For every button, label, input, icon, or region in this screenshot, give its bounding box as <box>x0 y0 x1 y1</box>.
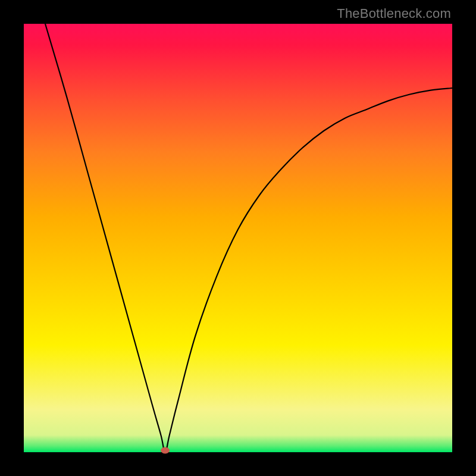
chart-frame: TheBottleneck.com <box>0 0 476 476</box>
minimum-marker <box>161 447 170 453</box>
plot-area <box>24 24 452 452</box>
watermark-text: TheBottleneck.com <box>337 6 451 21</box>
v-curve-path <box>45 24 452 452</box>
curve-svg <box>24 24 452 452</box>
